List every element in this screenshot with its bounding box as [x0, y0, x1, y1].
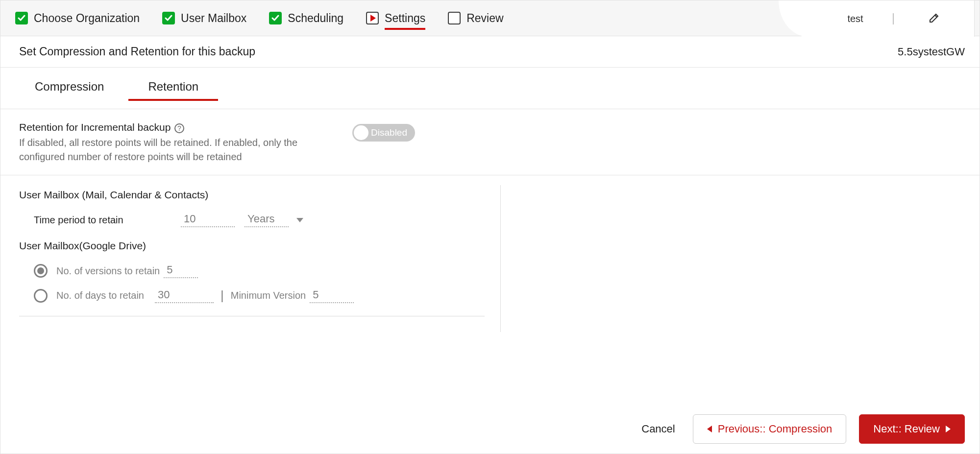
page-title: Set Compression and Retention for this b… — [19, 45, 255, 58]
separator: | — [220, 288, 224, 303]
chevron-right-icon — [946, 426, 951, 432]
previous-button[interactable]: Previous:: Compression — [693, 414, 847, 444]
step-scheduling[interactable]: Scheduling — [269, 12, 343, 25]
section-divider — [19, 316, 485, 316]
job-name-tab: test — [793, 0, 975, 37]
step-label: Settings — [385, 12, 425, 30]
min-version-label: Minimum Version — [231, 290, 306, 301]
step-label: Scheduling — [288, 12, 343, 25]
title-row: Set Compression and Retention for this b… — [0, 36, 980, 68]
step-choose-organization[interactable]: Choose Organization — [15, 12, 140, 25]
step-label: User Mailbox — [181, 12, 246, 25]
days-label: No. of days to retain — [56, 290, 144, 301]
storage-name: 5.5systestGW — [898, 46, 965, 58]
min-version-input[interactable] — [310, 288, 354, 303]
wizard-footer: Cancel Previous:: Compression Next:: Rev… — [0, 414, 980, 444]
versions-label: No. of versions to retain — [56, 265, 160, 277]
play-icon — [366, 12, 379, 24]
versions-row: No. of versions to retain — [34, 263, 980, 278]
steps-bar: Choose Organization User Mailbox Schedul… — [0, 0, 980, 36]
time-unit-select[interactable] — [245, 213, 303, 227]
step-review[interactable]: Review — [448, 12, 503, 25]
wizard-root: Choose Organization User Mailbox Schedul… — [0, 0, 980, 454]
step-label: Review — [466, 12, 503, 25]
versions-radio[interactable] — [34, 264, 48, 278]
toggle-knob-icon — [354, 125, 368, 140]
days-input[interactable] — [155, 288, 214, 303]
help-icon[interactable]: ? — [174, 123, 184, 133]
previous-button-label: Previous:: Compression — [718, 423, 833, 435]
days-row: No. of days to retain | Minimum Version — [34, 288, 980, 303]
time-period-input[interactable] — [181, 213, 235, 227]
retention-form: User Mailbox (Mail, Calendar & Contacts)… — [0, 175, 980, 316]
next-button-label: Next:: Review — [873, 423, 940, 435]
retention-toggle-row: Retention for Incremental backup ? If di… — [0, 109, 980, 175]
retention-toggle-label: Retention for Incremental backup — [19, 121, 171, 133]
check-icon — [162, 12, 175, 24]
check-icon — [15, 12, 28, 24]
edit-icon[interactable] — [928, 12, 940, 25]
next-button[interactable]: Next:: Review — [859, 414, 965, 444]
cancel-button[interactable]: Cancel — [637, 416, 680, 442]
subtabs: Compression Retention — [0, 68, 980, 109]
chevron-left-icon — [707, 426, 712, 432]
radio-dot-icon — [37, 267, 44, 274]
retention-toggle[interactable]: Disabled — [352, 124, 415, 142]
toggle-state-label: Disabled — [371, 127, 407, 138]
check-icon — [269, 12, 282, 24]
step-settings[interactable]: Settings — [366, 12, 425, 25]
time-period-label: Time period to retain — [34, 215, 181, 226]
step-label: Choose Organization — [34, 12, 140, 25]
time-unit-value — [245, 213, 289, 227]
time-period-row: Time period to retain — [34, 213, 980, 227]
tab-compression[interactable]: Compression — [35, 80, 104, 100]
retention-toggle-desc: If disabled, all restore points will be … — [19, 136, 333, 164]
retention-toggle-text: Retention for Incremental backup ? If di… — [19, 120, 333, 164]
step-user-mailbox[interactable]: User Mailbox — [162, 12, 246, 25]
column-separator — [500, 185, 501, 332]
job-name: test — [847, 13, 893, 24]
empty-box-icon — [448, 12, 461, 24]
chevron-down-icon — [296, 218, 303, 222]
versions-input[interactable] — [164, 263, 198, 278]
mail-section-title: User Mailbox (Mail, Calendar & Contacts) — [19, 189, 980, 201]
tab-retention[interactable]: Retention — [148, 80, 198, 100]
drive-section-title: User Mailbox(Google Drive) — [19, 240, 980, 252]
days-radio[interactable] — [34, 289, 48, 303]
